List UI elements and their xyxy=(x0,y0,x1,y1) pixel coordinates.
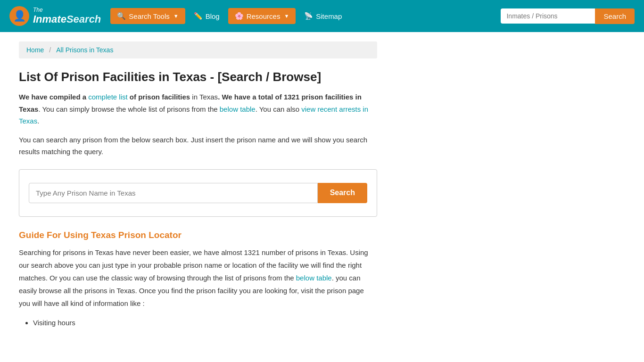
logo-inmate: Inmate xyxy=(33,13,66,25)
blog-label: Blog xyxy=(206,12,220,20)
breadcrumb-separator: / xyxy=(49,46,51,54)
resources-label: Resources xyxy=(247,12,281,20)
list-item: Visiting hours xyxy=(33,316,377,329)
logo-search: Search xyxy=(66,13,101,25)
main-nav: 🔍 Search Tools ▼ ✏️ Blog 🌸 Resources ▼ 📡… xyxy=(110,8,496,24)
below-table-link-1[interactable]: below table xyxy=(220,105,256,113)
blog-button[interactable]: ✏️ Blog xyxy=(188,8,225,24)
logo-icon: 👤 xyxy=(9,6,29,26)
below-table-link-2[interactable]: below table xyxy=(296,274,332,282)
desc-paragraph: You can search any prison from the below… xyxy=(19,134,377,158)
breadcrumb-home[interactable]: Home xyxy=(26,46,44,54)
resources-icon: 🌸 xyxy=(235,12,244,20)
prison-search-input[interactable] xyxy=(29,183,318,203)
bullet-list: Visiting hours xyxy=(19,316,377,329)
site-logo[interactable]: 👤 The InmateSearch xyxy=(9,6,101,26)
chevron-down-icon-2: ▼ xyxy=(284,13,289,19)
sitemap-label: Sitemap xyxy=(316,12,342,20)
prison-search-box: Search xyxy=(19,169,377,217)
prison-search-button[interactable]: Search xyxy=(318,183,367,203)
search-tools-icon: 🔍 xyxy=(117,12,126,20)
guide-paragraph: Searching for prisons in Texas have neve… xyxy=(19,246,377,310)
search-tools-label: Search Tools xyxy=(129,12,169,20)
intro-paragraph: We have compiled a complete list of pris… xyxy=(19,91,377,127)
blog-icon: ✏️ xyxy=(194,12,203,20)
main-content: Home / All Prisons in Texas List Of Pris… xyxy=(0,32,644,340)
sitemap-icon: 📡 xyxy=(304,12,313,20)
breadcrumb-current[interactable]: All Prisons in Texas xyxy=(56,46,113,54)
sitemap-button[interactable]: 📡 Sitemap xyxy=(298,8,347,24)
prison-search-form: Search xyxy=(29,183,367,203)
header-search-area: Search xyxy=(501,8,635,24)
guide-title: Guide For Using Texas Prison Locator xyxy=(19,230,377,240)
page-title: List Of Prison Facilities in Texas - [Se… xyxy=(19,70,377,84)
header-search-input[interactable] xyxy=(501,8,595,24)
complete-list-link[interactable]: complete list xyxy=(88,93,127,101)
resources-button[interactable]: 🌸 Resources ▼ xyxy=(228,8,296,24)
header-search-button[interactable]: Search xyxy=(595,8,635,24)
breadcrumb: Home / All Prisons in Texas xyxy=(19,41,377,58)
search-tools-button[interactable]: 🔍 Search Tools ▼ xyxy=(110,8,185,24)
site-header: 👤 The InmateSearch 🔍 Search Tools ▼ ✏️ B… xyxy=(0,0,644,32)
chevron-down-icon: ▼ xyxy=(173,13,179,19)
